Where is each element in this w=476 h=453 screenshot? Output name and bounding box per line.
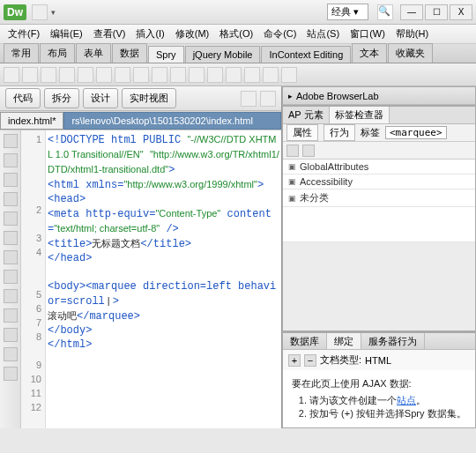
menu-item[interactable]: 站点(S) [302, 26, 344, 42]
insert-tab[interactable]: 表单 [76, 43, 111, 63]
insert-tab[interactable]: jQuery Mobile [185, 46, 261, 63]
inspector-tab[interactable]: 标签检查器 [330, 107, 390, 123]
search-icon[interactable]: 🔍 [377, 4, 393, 20]
attributes-tab[interactable]: 属性 [286, 124, 318, 141]
dropdown-icon[interactable]: ▾ [51, 8, 56, 17]
menu-item[interactable]: 格式(O) [215, 26, 257, 42]
insert-tab[interactable]: Spry [148, 46, 184, 63]
site-link[interactable]: 站点 [397, 395, 416, 405]
ajax-title: 要在此页上使用 AJAX 数据: [292, 377, 466, 390]
code-tool-icon[interactable] [4, 308, 18, 323]
inspector-tab[interactable]: AP 元素 [283, 107, 330, 123]
insert-tab[interactable]: 数据 [112, 43, 147, 63]
toolbar-icon[interactable] [96, 67, 112, 83]
property-category[interactable]: Accessibility [300, 176, 353, 187]
line-number: 9 [21, 358, 41, 372]
minus-icon[interactable]: − [304, 354, 316, 367]
menu-bar: 文件(F)编辑(E)查看(V)插入(I)修改(M)格式(O)命令(C)站点(S)… [0, 25, 476, 44]
property-row[interactable]: ▣GlobalAttributes [283, 160, 475, 175]
toolbar-icon[interactable] [41, 67, 56, 83]
view-button[interactable]: 设计 [83, 88, 118, 108]
code-tool-icon[interactable] [4, 212, 18, 226]
close-button[interactable]: X [450, 4, 472, 20]
code-tool-icon[interactable] [4, 192, 18, 206]
toolbar-icon[interactable] [189, 67, 205, 83]
maximize-button[interactable]: ☐ [425, 4, 448, 20]
code-tool-icon[interactable] [4, 134, 18, 148]
bindings-panel: 数据库绑定服务器行为 + − 文档类型: HTML 要在此页上使用 AJAX 数… [282, 331, 476, 428]
view-button[interactable]: 拆分 [44, 88, 79, 108]
minimize-button[interactable]: — [400, 4, 423, 20]
toolbar-icon[interactable] [22, 67, 38, 83]
property-category[interactable]: 未分类 [300, 191, 329, 204]
insert-tab[interactable]: InContext Editing [261, 46, 351, 63]
line-number: 6 [21, 301, 41, 316]
code-tool-icon[interactable] [4, 328, 18, 342]
menu-item[interactable]: 窗口(W) [346, 26, 390, 42]
toolbar-icon[interactable] [115, 67, 130, 83]
toolbar-icon[interactable] [170, 67, 186, 83]
plus-icon[interactable]: + [288, 354, 301, 367]
view-button[interactable]: 代码 [5, 88, 41, 108]
insert-tab[interactable]: 收藏夹 [388, 43, 433, 63]
panel-tabs: AP 元素标签检查器 [283, 107, 475, 124]
toolbar-icon[interactable] [260, 91, 276, 107]
insert-tab[interactable]: 文本 [352, 43, 387, 63]
code-tool-icon[interactable] [4, 367, 18, 381]
menu-item[interactable]: 插入(I) [131, 26, 168, 42]
expand-icon[interactable]: ▣ [288, 177, 296, 186]
menu-item[interactable]: 文件(F) [4, 26, 44, 42]
code-tool-icon[interactable] [4, 270, 18, 284]
toolbar-icon[interactable] [244, 67, 260, 83]
insert-tab[interactable]: 布局 [40, 43, 75, 63]
panel-header[interactable]: ▸Adobe BrowserLab [283, 87, 475, 105]
line-number: 7 [21, 316, 41, 330]
expand-icon[interactable]: ▣ [288, 162, 296, 171]
toolbar-icon[interactable] [263, 67, 279, 83]
toolbar-icon[interactable] [241, 91, 257, 107]
view-button[interactable]: 实时视图 [122, 88, 176, 108]
toolbar-icon[interactable] [78, 67, 93, 83]
menu-item[interactable]: 命令(C) [259, 26, 301, 42]
expand-icon[interactable]: ▣ [288, 194, 296, 203]
workspace-selector[interactable]: 经典 ▾ [327, 4, 368, 20]
tag-label: 标签 [361, 126, 380, 139]
toolbar-icon[interactable] [226, 67, 242, 83]
toolbar-icon[interactable] [152, 67, 167, 83]
bindings-tab[interactable]: 服务器行为 [361, 333, 425, 349]
browserlab-panel: ▸Adobe BrowserLab [282, 86, 476, 106]
menu-item[interactable]: 查看(V) [89, 26, 130, 42]
toolbar-icon[interactable] [133, 67, 149, 83]
insert-tab[interactable]: 常用 [4, 43, 39, 63]
code-editor: 123456789101112 <!DOCTYPE html PUBLIC "-… [0, 130, 281, 428]
property-row[interactable]: ▣Accessibility [283, 175, 475, 189]
menu-item[interactable]: 修改(M) [171, 26, 214, 42]
document-tab-active[interactable]: index.html* [0, 112, 63, 130]
menu-item[interactable]: 帮助(H) [391, 26, 433, 42]
toolbar-icon[interactable] [59, 67, 75, 83]
title-bar: Dw ▾ 经典 ▾ 🔍 — ☐ X [0, 0, 476, 25]
current-tag: <marquee> [385, 126, 447, 139]
property-category[interactable]: GlobalAttributes [300, 161, 368, 172]
code-tool-icon[interactable] [4, 173, 18, 187]
bindings-tab[interactable]: 绑定 [327, 333, 361, 349]
toolbar-icon[interactable] [281, 67, 297, 83]
collapse-icon[interactable]: ▸ [288, 92, 293, 100]
list-view-icon[interactable] [286, 145, 299, 157]
toolbar-icon[interactable] [207, 67, 223, 83]
code-tool-icon[interactable] [4, 153, 18, 167]
code-tool-icon[interactable] [4, 250, 18, 264]
coding-toolbar [0, 130, 21, 428]
code-tool-icon[interactable] [4, 231, 18, 245]
property-row[interactable]: ▣未分类 [283, 189, 475, 207]
code-tool-icon[interactable] [4, 347, 18, 361]
code-tool-icon[interactable] [4, 289, 18, 303]
menu-item[interactable]: 编辑(E) [46, 26, 87, 42]
layout-icon[interactable] [32, 4, 48, 20]
behaviors-tab[interactable]: 行为 [324, 124, 355, 141]
bindings-tab[interactable]: 数据库 [283, 333, 327, 349]
editor-pane: 代码拆分设计实时视图 index.html* rs\lenovo\Desktop… [0, 86, 282, 428]
toolbar-icon[interactable] [4, 67, 19, 83]
code-area[interactable]: <!DOCTYPE html PUBLIC "-//W3C//DTD XHTML… [46, 130, 281, 428]
category-view-icon[interactable] [302, 145, 315, 157]
